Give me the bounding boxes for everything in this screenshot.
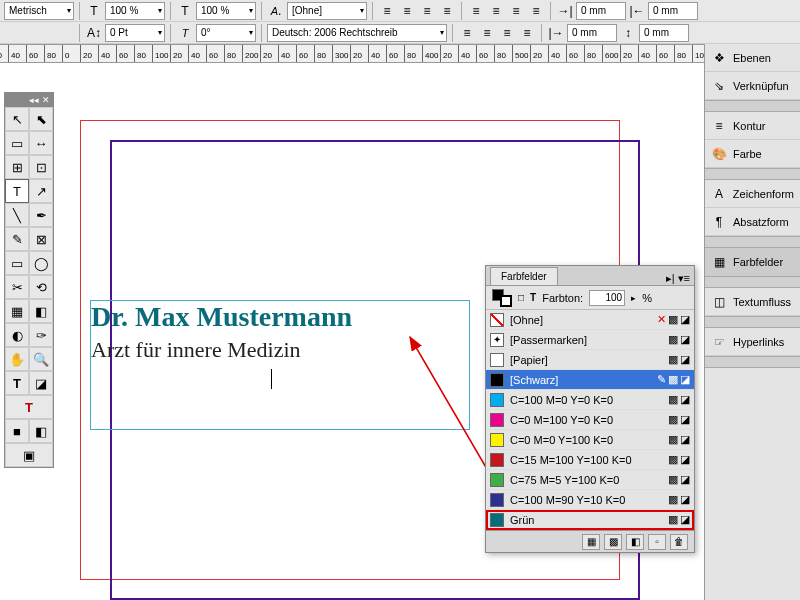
char-style-dropdown[interactable]: [Ohne] (287, 2, 367, 20)
toolbox-collapse-icon[interactable]: ◂◂ (29, 95, 39, 105)
swatch-label: C=15 M=100 Y=100 K=0 (510, 454, 632, 466)
swatch-row[interactable]: [Papier]▩◪ (486, 350, 694, 370)
type-on-path-tool[interactable]: ↗ (29, 179, 53, 203)
page-tool[interactable]: ▭ (5, 131, 29, 155)
panel-tab-kontur[interactable]: ≡Kontur (705, 112, 800, 140)
panel-separator (705, 100, 800, 112)
gradient-swatch-tool[interactable]: ◧ (29, 299, 53, 323)
rotation-dropdown[interactable]: 0° (196, 24, 256, 42)
pen-tool[interactable]: ✒ (29, 203, 53, 227)
swatches-tab[interactable]: Farbfelder (490, 267, 558, 285)
language-dropdown[interactable]: Deutsch: 2006 Rechtschreib (267, 24, 447, 42)
panel-tab-ebenen[interactable]: ❖Ebenen (705, 44, 800, 72)
align-top-icon[interactable]: ≡ (458, 24, 476, 42)
show-all-swatches-button[interactable]: ▦ (582, 534, 600, 550)
font-size-1-dropdown[interactable]: 100 % (105, 2, 165, 20)
doc-heading-text[interactable]: Dr. Max Mustermann (91, 301, 469, 333)
scale-h-dropdown[interactable]: 100 % (196, 2, 256, 20)
toolbox-header[interactable]: ◂◂✕ (5, 93, 53, 107)
align-left-icon[interactable]: ≡ (378, 2, 396, 20)
ellipse-tool[interactable]: ◯ (29, 251, 53, 275)
rotation-icon: T (176, 24, 194, 42)
doc-subtitle-text[interactable]: Arzt für innere Medizin (91, 337, 469, 363)
format-text-toggle[interactable]: T (5, 395, 53, 419)
rectangle-tool[interactable]: ▭ (5, 251, 29, 275)
gradient-feather-tool[interactable]: ◐ (5, 323, 29, 347)
panel-tab-hyperlinks[interactable]: ☞Hyperlinks (705, 328, 800, 356)
panel-tab-farbfelder[interactable]: ▦Farbfelder (705, 248, 800, 276)
content-placer-tool[interactable]: ⊡ (29, 155, 53, 179)
text-frame[interactable]: Dr. Max Mustermann Arzt für innere Mediz… (90, 300, 470, 430)
align-justify-icon[interactable]: ≡ (438, 2, 456, 20)
space-before-input[interactable] (639, 24, 689, 42)
panel-tab-farbe[interactable]: 🎨Farbe (705, 140, 800, 168)
fill-stroke-indicator[interactable] (492, 289, 512, 307)
align-middle-icon[interactable]: ≡ (478, 24, 496, 42)
align-bottom-icon[interactable]: ≡ (498, 24, 516, 42)
view-mode-toggle[interactable]: ▣ (5, 443, 53, 467)
fill-indicator[interactable]: T (5, 371, 29, 395)
swatch-row[interactable]: C=0 M=0 Y=100 K=0▩◪ (486, 430, 694, 450)
format-container-icon[interactable]: □ (518, 292, 524, 303)
zoom-tool[interactable]: 🔍 (29, 347, 53, 371)
horizontal-ruler[interactable]: 2040608002040608010020406080200204060803… (0, 45, 800, 63)
eyedropper-tool[interactable]: ✑ (29, 323, 53, 347)
new-swatch-button[interactable]: ▫ (648, 534, 666, 550)
swatch-row[interactable]: C=0 M=100 Y=0 K=0▩◪ (486, 410, 694, 430)
align-spine-icon[interactable]: ≡ (518, 24, 536, 42)
align-justify-left-icon[interactable]: ≡ (467, 2, 485, 20)
panel-tab-absatzform[interactable]: ¶Absatzform (705, 208, 800, 236)
baseline-dropdown[interactable]: 0 Pt (105, 24, 165, 42)
panel-options-icon[interactable]: ▾≡ (678, 272, 690, 285)
toolbox-close-icon[interactable]: ✕ (42, 95, 50, 105)
panel-tab-textumfluss[interactable]: ◫Textumfluss (705, 288, 800, 316)
swatch-row[interactable]: C=15 M=100 Y=100 K=0▩◪ (486, 450, 694, 470)
tint-input[interactable] (589, 290, 625, 306)
show-color-swatches-button[interactable]: ▩ (604, 534, 622, 550)
selection-tool[interactable]: ↖ (5, 107, 29, 131)
free-transform-tool[interactable]: ▦ (5, 299, 29, 323)
indent-left-input[interactable] (576, 2, 626, 20)
rectangle-frame-tool[interactable]: ⊠ (29, 227, 53, 251)
content-tool[interactable]: ⊞ (5, 155, 29, 179)
hand-tool[interactable]: ✋ (5, 347, 29, 371)
align-center-icon[interactable]: ≡ (398, 2, 416, 20)
transform-tool[interactable]: ⟲ (29, 275, 53, 299)
pencil-tool[interactable]: ✎ (5, 227, 29, 251)
swatch-mode-icon: ◪ (680, 333, 690, 346)
panel-menu-icon[interactable]: ▸| (666, 272, 675, 285)
stroke-indicator[interactable]: ◪ (29, 371, 53, 395)
panel-tab-verknüpfun[interactable]: ⇘Verknüpfun (705, 72, 800, 100)
swatch-row[interactable]: C=75 M=5 Y=100 K=0▩◪ (486, 470, 694, 490)
indent-firstline-input[interactable] (648, 2, 698, 20)
align-justify-full-icon[interactable]: ≡ (527, 2, 545, 20)
panel-tab-zeichenform[interactable]: AZeichenform (705, 180, 800, 208)
swatch-mode-icon: ◪ (680, 493, 690, 506)
swatch-mode-icon: ◪ (680, 413, 690, 426)
indent-right-input[interactable] (567, 24, 617, 42)
scissors-tool[interactable]: ✂ (5, 275, 29, 299)
swatch-row[interactable]: [Schwarz]✎▩◪ (486, 370, 694, 390)
swatch-row[interactable]: C=100 M=90 Y=10 K=0▩◪ (486, 490, 694, 510)
ruler-tick: 20 (80, 45, 92, 62)
delete-swatch-button[interactable]: 🗑 (670, 534, 688, 550)
swatch-list[interactable]: [Ohne]✕▩◪[Passermarken]▩◪[Papier]▩◪[Schw… (486, 310, 694, 530)
swatch-row[interactable]: Grün▩◪ (486, 510, 694, 530)
line-tool[interactable]: ╲ (5, 203, 29, 227)
align-justify-center-icon[interactable]: ≡ (487, 2, 505, 20)
direct-selection-tool[interactable]: ⬉ (29, 107, 53, 131)
units-dropdown[interactable]: Metrisch (4, 2, 74, 20)
swatch-row[interactable]: [Passermarken]▩◪ (486, 330, 694, 350)
type-tool[interactable]: T (5, 179, 29, 203)
swatch-mode-icon: ◪ (680, 313, 690, 326)
apply-gradient[interactable]: ◧ (29, 419, 53, 443)
show-gradient-swatches-button[interactable]: ◧ (626, 534, 644, 550)
panel-icon: ▦ (711, 254, 727, 270)
apply-color[interactable]: ■ (5, 419, 29, 443)
align-justify-right-icon[interactable]: ≡ (507, 2, 525, 20)
format-text-icon[interactable]: T (530, 292, 536, 303)
swatch-row[interactable]: [Ohne]✕▩◪ (486, 310, 694, 330)
align-right-icon[interactable]: ≡ (418, 2, 436, 20)
swatch-row[interactable]: C=100 M=0 Y=0 K=0▩◪ (486, 390, 694, 410)
gap-tool[interactable]: ↔ (29, 131, 53, 155)
